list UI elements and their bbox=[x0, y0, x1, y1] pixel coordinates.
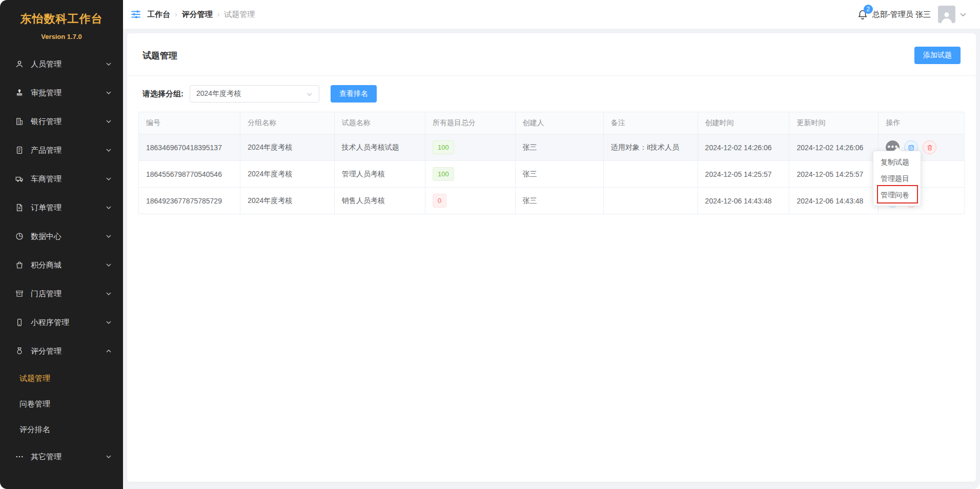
cell-creator: 张三 bbox=[515, 188, 603, 214]
card-header: 试题管理 添加试题 bbox=[127, 33, 976, 76]
sidebar-item-label: 门店管理 bbox=[31, 289, 106, 299]
user-icon bbox=[14, 59, 25, 69]
cell-created: 2024-12-02 14:26:06 bbox=[698, 134, 789, 161]
cell-created: 2024-12-05 14:25:57 bbox=[698, 161, 789, 188]
group-select-value: 2024年度考核 bbox=[196, 89, 241, 98]
cell-id: 1864556798770540546 bbox=[139, 161, 240, 188]
sidebar-item-label: 小程序管理 bbox=[31, 318, 106, 328]
notification-bell-icon[interactable]: 2 bbox=[857, 9, 868, 20]
cell-group: 2024年度考核 bbox=[240, 134, 335, 161]
chevron-down-icon bbox=[106, 90, 112, 96]
chevron-down-icon bbox=[106, 262, 112, 268]
cell-creator: 张三 bbox=[515, 134, 603, 161]
chevron-down-icon bbox=[106, 319, 112, 325]
chevron-down-icon bbox=[106, 61, 112, 67]
cell-id: 1863469670418395137 bbox=[139, 134, 240, 161]
cell-updated: 2024-12-06 14:43:48 bbox=[789, 188, 879, 214]
delete-button[interactable] bbox=[923, 140, 936, 154]
table-row: 1864556798770540546 2024年度考核 管理人员考核 100 … bbox=[139, 161, 965, 188]
user-name: 总部-管理员 张三 bbox=[872, 10, 931, 19]
sidebar: 东怡数科工作台 Version 1.7.0 人员管理 审批管理 银行管理 产品管… bbox=[0, 0, 123, 489]
filter-row: 请选择分组: 2024年度考核 查看排名 bbox=[127, 76, 976, 112]
sidebar-subitem-exam-management[interactable]: 试题管理 bbox=[0, 365, 123, 391]
sidebar-subitem-questionnaire-management[interactable]: 问卷管理 bbox=[0, 391, 123, 417]
sidebar-item-dealer[interactable]: 车商管理 bbox=[0, 165, 123, 193]
cell-group: 2024年度考核 bbox=[240, 188, 335, 214]
stamp-icon bbox=[14, 88, 25, 98]
dropdown-item-manage-questions[interactable]: 管理题目 bbox=[873, 170, 921, 187]
sidebar-item-approval[interactable]: 审批管理 bbox=[0, 78, 123, 107]
score-badge: 100 bbox=[433, 167, 454, 181]
truck-icon bbox=[14, 174, 25, 184]
breadcrumb-separator: › bbox=[217, 10, 220, 18]
app-title: 东怡数科工作台 bbox=[0, 11, 123, 27]
sidebar-subitem-label: 问卷管理 bbox=[19, 399, 50, 409]
content: 试题管理 添加试题 请选择分组: 2024年度考核 查看排名 bbox=[123, 29, 980, 489]
exam-table: 编号 分组名称 试题名称 所有题目总分 创建人 备注 创建时间 更新时间 操作 bbox=[127, 112, 976, 214]
column-header-name: 试题名称 bbox=[334, 112, 425, 134]
sidebar-item-bank[interactable]: 银行管理 bbox=[0, 107, 123, 136]
ellipsis-icon bbox=[14, 452, 25, 462]
sidebar-item-personnel[interactable]: 人员管理 bbox=[0, 50, 123, 78]
chevron-down-icon bbox=[106, 118, 112, 125]
table-row: 1864923677875785729 2024年度考核 销售人员考核 0 张三… bbox=[139, 188, 965, 214]
chevron-up-icon bbox=[106, 348, 112, 354]
sidebar-subitem-label: 试题管理 bbox=[19, 374, 50, 383]
chevron-down-icon bbox=[106, 291, 112, 297]
exam-management-card: 试题管理 添加试题 请选择分组: 2024年度考核 查看排名 bbox=[127, 33, 976, 482]
sidebar-item-store[interactable]: 门店管理 bbox=[0, 279, 123, 308]
sidebar-menu: 人员管理 审批管理 银行管理 产品管理 车商管理 bbox=[0, 50, 123, 471]
cell-name: 管理人员考核 bbox=[334, 161, 425, 188]
chevron-down-icon[interactable] bbox=[959, 11, 967, 18]
breadcrumb-exam-management: 试题管理 bbox=[224, 10, 255, 19]
add-exam-button[interactable]: 添加试题 bbox=[914, 47, 961, 64]
sidebar-item-other[interactable]: 其它管理 bbox=[0, 442, 123, 471]
actions-dropdown: 复制试题 管理题目 管理问卷 bbox=[873, 151, 921, 206]
app-version: Version 1.7.0 bbox=[0, 33, 123, 40]
chevron-down-icon bbox=[306, 91, 313, 97]
breadcrumb-separator: › bbox=[175, 10, 177, 18]
group-select[interactable]: 2024年度考核 bbox=[190, 85, 319, 103]
sidebar-item-scoring[interactable]: 评分管理 bbox=[0, 337, 123, 365]
product-doc-icon bbox=[14, 145, 25, 155]
cell-updated: 2024-12-02 14:26:06 bbox=[789, 134, 879, 161]
chevron-down-icon bbox=[106, 147, 112, 153]
sidebar-item-product[interactable]: 产品管理 bbox=[0, 136, 123, 165]
sidebar-item-miniprogram[interactable]: 小程序管理 bbox=[0, 308, 123, 337]
sidebar-item-data-center[interactable]: 数据中心 bbox=[0, 222, 123, 251]
sidebar-subitem-score-ranking[interactable]: 评分排名 bbox=[0, 417, 123, 442]
shopping-bag-icon bbox=[14, 260, 25, 270]
column-header-creator: 创建人 bbox=[515, 112, 603, 134]
sidebar-item-label: 人员管理 bbox=[31, 59, 106, 69]
dropdown-item-manage-questionnaire[interactable]: 管理问卷 bbox=[873, 187, 921, 203]
chevron-down-icon bbox=[106, 176, 112, 182]
view-ranking-button[interactable]: 查看排名 bbox=[331, 85, 377, 103]
table-row: 1863469670418395137 2024年度考核 技术人员考核试题 10… bbox=[139, 134, 965, 161]
table-header-row: 编号 分组名称 试题名称 所有题目总分 创建人 备注 创建时间 更新时间 操作 bbox=[139, 112, 965, 134]
cell-remark bbox=[603, 188, 698, 214]
column-header-total-score: 所有题目总分 bbox=[425, 112, 515, 134]
sidebar-item-order[interactable]: 订单管理 bbox=[0, 193, 123, 222]
breadcrumb-workbench[interactable]: 工作台 bbox=[147, 10, 170, 19]
column-header-updated: 更新时间 bbox=[789, 112, 879, 134]
app-window: 东怡数科工作台 Version 1.7.0 人员管理 审批管理 银行管理 产品管… bbox=[0, 0, 980, 489]
sidebar-item-points-mall[interactable]: 积分商城 bbox=[0, 251, 123, 279]
dropdown-item-copy-exam[interactable]: 复制试题 bbox=[873, 154, 921, 170]
notification-badge: 2 bbox=[864, 5, 873, 14]
cell-group: 2024年度考核 bbox=[240, 161, 335, 188]
pie-chart-icon bbox=[14, 231, 25, 241]
column-header-created: 创建时间 bbox=[698, 112, 789, 134]
phone-icon bbox=[14, 317, 25, 328]
sidebar-item-label: 审批管理 bbox=[31, 88, 106, 98]
avatar[interactable] bbox=[938, 6, 955, 23]
breadcrumb-score-management[interactable]: 评分管理 bbox=[182, 10, 213, 19]
score-badge: 0 bbox=[433, 194, 446, 208]
cell-creator: 张三 bbox=[515, 161, 603, 188]
cell-created: 2024-12-06 14:43:48 bbox=[698, 188, 789, 214]
sidebar-item-label: 银行管理 bbox=[31, 117, 106, 127]
column-header-group: 分组名称 bbox=[240, 112, 335, 134]
sidebar-item-label: 产品管理 bbox=[31, 146, 106, 155]
store-icon bbox=[14, 289, 25, 299]
sliders-icon[interactable] bbox=[130, 9, 141, 20]
column-header-actions: 操作 bbox=[879, 112, 965, 134]
